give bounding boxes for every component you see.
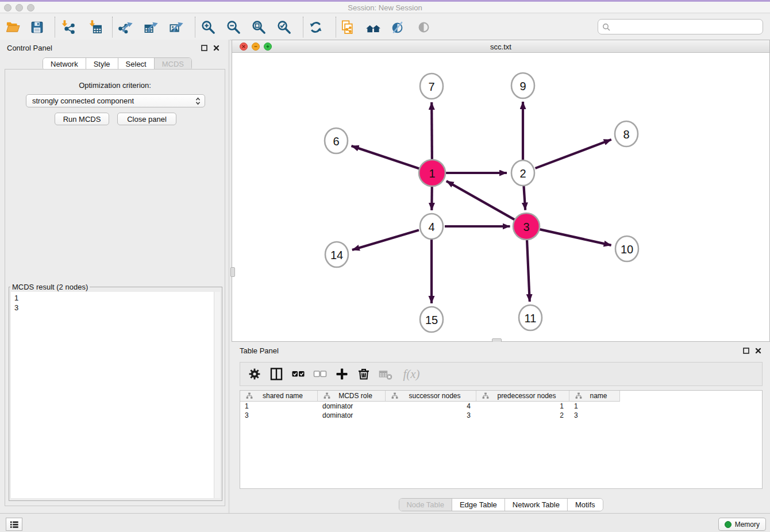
- task-history-button[interactable]: [6, 518, 22, 531]
- table-cell[interactable]: dominator: [318, 402, 386, 411]
- graph-edge-4-14[interactable]: [352, 230, 419, 250]
- column-header-MCDS-role[interactable]: MCDS role: [318, 391, 386, 402]
- hide-details-button[interactable]: [388, 17, 407, 37]
- export-image-icon: [168, 20, 184, 35]
- criterion-dropdown[interactable]: strongly connected component: [26, 94, 205, 107]
- network-canvas[interactable]: 7968124314101511: [232, 53, 769, 341]
- save-session-button[interactable]: [27, 17, 47, 37]
- show-view-icon: [416, 20, 432, 35]
- graph-node-4[interactable]: 4: [420, 214, 443, 239]
- graph-edge-3-1[interactable]: [446, 181, 515, 219]
- close-table-panel-button[interactable]: [754, 346, 762, 354]
- table-cell[interactable]: 3: [386, 411, 476, 420]
- graph-edge-1-7[interactable]: [432, 102, 432, 160]
- graph-node-9[interactable]: 9: [511, 73, 534, 98]
- table-cell[interactable]: 1: [569, 402, 620, 411]
- table-toolbar: f(x): [240, 362, 763, 386]
- table-cell[interactable]: 2: [476, 411, 569, 420]
- home-neighbors-button[interactable]: [363, 17, 383, 37]
- graph-edge-3-11[interactable]: [527, 240, 530, 302]
- tab-select[interactable]: Select: [118, 58, 155, 70]
- table-cell[interactable]: 4: [386, 402, 476, 411]
- column-header-shared-name[interactable]: shared name: [240, 391, 318, 402]
- column-header-predecessor-nodes[interactable]: predecessor nodes: [476, 391, 569, 402]
- float-icon: [202, 45, 207, 51]
- table-row[interactable]: 3dominator323: [240, 411, 620, 420]
- table-row[interactable]: 1dominator411: [240, 402, 620, 411]
- graph-node-15[interactable]: 15: [420, 307, 443, 332]
- tab-edge-table[interactable]: Edge Table: [452, 499, 505, 511]
- refresh-layout-button[interactable]: [306, 17, 325, 37]
- result-scrollbar[interactable]: [214, 292, 220, 498]
- graph-node-11[interactable]: 11: [519, 305, 542, 330]
- mcds-result-title: MCDS result (2 nodes): [10, 283, 90, 291]
- graph-node-3[interactable]: 3: [513, 213, 540, 240]
- add-column-button[interactable]: [332, 364, 352, 384]
- float-panel-button[interactable]: [200, 44, 208, 52]
- graph-node-2[interactable]: 2: [511, 160, 534, 186]
- duplicate-network-button[interactable]: [337, 17, 357, 37]
- tab-node-table[interactable]: Node Table: [399, 499, 452, 511]
- close-panel-button[interactable]: [212, 44, 220, 52]
- column-header-successor-nodes[interactable]: successor nodes: [386, 391, 476, 402]
- unselect-all-columns-button[interactable]: [310, 364, 330, 384]
- graph-edge-1-6[interactable]: [352, 146, 419, 169]
- save-session-icon: [29, 20, 45, 35]
- function-builder-button: f(x): [398, 364, 425, 384]
- memory-button[interactable]: Memory: [718, 518, 766, 531]
- table-cell[interactable]: 3: [240, 411, 318, 420]
- zoom-in-button[interactable]: [198, 17, 218, 37]
- float-table-panel-button[interactable]: [742, 346, 750, 354]
- graph-node-10[interactable]: 10: [615, 236, 638, 261]
- zoom-out-button[interactable]: [224, 17, 243, 37]
- tab-network-table[interactable]: Network Table: [505, 499, 568, 511]
- table-settings-icon: [247, 366, 263, 382]
- column-header-name[interactable]: name: [569, 391, 620, 402]
- tab-mcds[interactable]: MCDS: [155, 58, 191, 70]
- attribute-icon: [246, 392, 253, 399]
- node-label: 3: [523, 221, 529, 233]
- search-input[interactable]: [610, 22, 763, 31]
- table-cell[interactable]: dominator: [318, 411, 386, 420]
- open-file-button[interactable]: [3, 17, 22, 37]
- zoom-selected-button[interactable]: [274, 17, 294, 37]
- mcds-panel: Optimization criterion: strongly connect…: [5, 69, 225, 506]
- delete-columns-button[interactable]: [354, 364, 374, 384]
- select-all-columns-button[interactable]: [288, 364, 308, 384]
- graph-node-7[interactable]: 7: [420, 74, 443, 99]
- graph-node-6[interactable]: 6: [325, 128, 348, 153]
- mcds-result-list[interactable]: 13: [11, 292, 220, 498]
- export-image-button[interactable]: [166, 17, 186, 37]
- optimization-criterion-label: Optimization criterion:: [5, 81, 225, 90]
- zoom-fit-icon: [251, 20, 267, 35]
- table-cell[interactable]: 1: [240, 402, 318, 411]
- run-mcds-button[interactable]: Run MCDS: [55, 113, 109, 125]
- tab-style[interactable]: Style: [86, 58, 118, 70]
- table-cell[interactable]: 3: [569, 411, 620, 420]
- graph-node-8[interactable]: 8: [615, 121, 638, 147]
- memory-label: Memory: [735, 521, 760, 529]
- zoom-fit-button[interactable]: [249, 17, 268, 37]
- import-network-button[interactable]: [58, 17, 78, 37]
- graph-node-1[interactable]: 1: [419, 160, 445, 186]
- graph-node-14[interactable]: 14: [325, 242, 348, 267]
- vertical-splitter-grip[interactable]: [230, 267, 235, 277]
- table-panel-tabs: Node TableEdge TableNetwork TableMotifs: [398, 498, 603, 511]
- export-network-button[interactable]: [116, 17, 135, 37]
- table-panel: Table Panel f(x) shared nameMCDS rolesuc…: [232, 342, 770, 512]
- export-table-button[interactable]: [141, 17, 160, 37]
- table-cell[interactable]: 1: [476, 402, 569, 411]
- tab-motifs[interactable]: Motifs: [568, 499, 603, 511]
- close-panel-push-button[interactable]: Close panel: [117, 113, 176, 125]
- import-table-button[interactable]: [86, 17, 105, 37]
- hide-details-icon: [390, 20, 406, 35]
- unselect-all-columns-icon: [312, 366, 328, 382]
- graph-edge-2-8[interactable]: [536, 140, 611, 168]
- graph-edge-3-10[interactable]: [540, 229, 611, 245]
- split-view-button[interactable]: [267, 364, 286, 384]
- delete-table-button: [376, 364, 395, 384]
- main-toolbar: [0, 14, 770, 40]
- table-settings-button[interactable]: [245, 364, 264, 384]
- tab-network[interactable]: Network: [43, 58, 86, 70]
- graph-edge-2-3[interactable]: [523, 186, 525, 210]
